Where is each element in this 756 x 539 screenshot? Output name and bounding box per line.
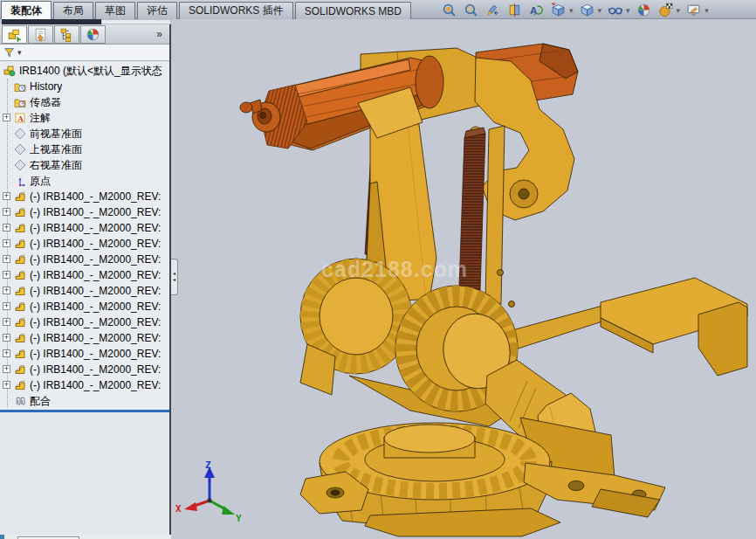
tree-item-15-part[interactable]: +(-) IRB1400_-_M2000_REV: [0, 314, 169, 330]
triad-z-label: Z [205, 460, 211, 471]
sensors-icon [13, 96, 27, 109]
tree-item-16-part[interactable]: +(-) IRB1400_-_M2000_REV: [0, 330, 169, 346]
view-settings-icon[interactable] [685, 2, 702, 18]
part-icon [13, 269, 27, 282]
solidworks-window: cad2188.com Z X Y 装配体布局草图评估SOLIDWORKS 插件… [0, 0, 756, 539]
tree-item-18-part[interactable]: +(-) IRB1400_-_M2000_REV: [0, 362, 169, 377]
tree-item-8-part[interactable]: +(-) IRB1400_-_M2000_REV: [0, 204, 169, 220]
tree-item-1-sensors[interactable]: 传感器 [0, 94, 169, 110]
tree-item-label: (-) IRB1400_-_M2000_REV: [30, 222, 161, 234]
plane-icon [13, 143, 27, 156]
tree-expander[interactable]: + [3, 365, 10, 373]
tree-expander[interactable]: + [3, 349, 10, 357]
apply-scene-dropdown-caret[interactable]: ▾ [677, 6, 681, 15]
tree-root-assembly[interactable]: IRB1400 (默认<默认_显示状态 [0, 63, 169, 79]
tree-item-13-part[interactable]: +(-) IRB1400_-_M2000_REV: [0, 283, 169, 299]
display-style-icon[interactable] [579, 2, 595, 18]
tree-expander[interactable]: + [3, 192, 10, 200]
panel-tab-bar: » [0, 24, 169, 45]
tree-item-20-mates[interactable]: 配合 [0, 393, 169, 409]
panel-tab-featuremanager-tree[interactable] [2, 25, 27, 44]
feature-tree: IRB1400 (默认<默认_显示状态History传感器+A注解前视基准面上视… [0, 61, 169, 409]
ribbon-tabs: 装配体布局草图评估SOLIDWORKS 插件SOLIDWORKS MBD [1, 1, 413, 19]
tree-expander[interactable]: + [3, 318, 10, 326]
panel-tab-configurationmanager[interactable] [54, 25, 79, 44]
tree-item-label: IRB1400 (默认<默认_显示状态 [19, 64, 162, 79]
tree-item-3-plane[interactable]: 前视基准面 [0, 126, 169, 142]
robot-model-3d[interactable] [171, 19, 756, 539]
ribbon-tab-0[interactable]: 装配体 [1, 1, 52, 19]
tree-item-4-plane[interactable]: 上视基准面 [0, 142, 169, 157]
tree-item-label: (-) IRB1400_-_M2000_REV: [30, 363, 161, 376]
tree-item-6-origin[interactable]: 原点 [0, 173, 169, 189]
tree-item-label: (-) IRB1400_-_M2000_REV: [30, 348, 161, 360]
tree-item-label: 原点 [30, 174, 51, 189]
ribbon-tab-3[interactable]: 评估 [137, 2, 177, 19]
tree-item-17-part[interactable]: +(-) IRB1400_-_M2000_REV: [0, 346, 169, 362]
ribbon-tab-2[interactable]: 草图 [95, 2, 135, 19]
ribbon-tab-5[interactable]: SOLIDWORKS MBD [295, 2, 411, 19]
tree-item-0-history[interactable]: History [0, 79, 169, 94]
tree-item-12-part[interactable]: +(-) IRB1400_-_M2000_REV: [0, 267, 169, 283]
part-icon [13, 348, 27, 361]
zoom-to-fit-icon[interactable] [441, 2, 457, 18]
panel-tab-dimxpertmanager[interactable] [80, 25, 106, 44]
tree-expander[interactable]: + [3, 224, 10, 231]
tree-item-label: History [30, 80, 62, 93]
tree-filter-bar[interactable]: ▾ [0, 45, 169, 61]
section-view-icon[interactable] [506, 2, 523, 18]
tree-expander[interactable]: + [3, 287, 10, 294]
ribbon-tab-4[interactable]: SOLIDWORKS 插件 [179, 2, 293, 19]
tree-expander[interactable]: + [3, 302, 10, 310]
featuremanager-panel: » ▾ IRB1400 (默认<默认_显示状态History传感器+A注解前视基… [0, 24, 171, 535]
tree-item-7-part[interactable]: +(-) IRB1400_-_M2000_REV: [0, 189, 169, 204]
tree-item-5-plane[interactable]: 右视基准面 [0, 157, 169, 173]
apply-scene-icon[interactable] [657, 2, 674, 18]
panel-splitter-handle[interactable]: ◂◂ [171, 259, 178, 295]
mates-icon [13, 395, 27, 408]
tree-expander[interactable]: + [3, 208, 10, 216]
view-settings-dropdown-caret[interactable]: ▾ [704, 6, 709, 15]
part-icon [13, 253, 27, 266]
tree-item-11-part[interactable]: +(-) IRB1400_-_M2000_REV: [0, 252, 169, 267]
view-orientation-icon[interactable] [550, 2, 567, 18]
part-icon [13, 332, 27, 345]
part-icon [13, 316, 27, 329]
tree-item-2-annotations[interactable]: +A注解 [0, 110, 169, 126]
tree-expander[interactable]: + [3, 114, 10, 121]
annotation-view-icon[interactable]: A [528, 2, 545, 18]
heads-up-toolbar: A▾▾▾▾▾ [441, 2, 709, 18]
filter-funnel-icon[interactable] [3, 46, 16, 59]
tree-item-14-part[interactable]: +(-) IRB1400_-_M2000_REV: [0, 299, 169, 314]
previous-view-icon[interactable] [485, 2, 501, 18]
part-icon [13, 238, 27, 251]
ribbon-tab-1[interactable]: 布局 [53, 2, 93, 19]
part-icon [13, 190, 27, 204]
graphics-viewport[interactable]: cad2188.com Z X Y [171, 19, 756, 539]
tree-item-label: 注解 [30, 111, 51, 126]
tree-item-19-part[interactable]: +(-) IRB1400_-_M2000_REV: [0, 377, 169, 393]
svg-text:A: A [17, 114, 24, 123]
tree-expander[interactable]: + [3, 271, 10, 279]
panel-empty-area [0, 412, 169, 535]
panel-tab-overflow[interactable]: » [156, 28, 162, 40]
tree-item-10-part[interactable]: +(-) IRB1400_-_M2000_REV: [0, 236, 169, 252]
tree-expander[interactable]: + [3, 334, 10, 342]
display-style-dropdown-caret[interactable]: ▾ [598, 6, 602, 15]
triad-y-label: Y [236, 513, 242, 524]
edit-appearance-icon[interactable] [636, 2, 652, 18]
annotations-icon: A [13, 112, 27, 125]
view-orientation-dropdown-caret[interactable]: ▾ [569, 6, 574, 15]
panel-tab-propertymanager[interactable] [28, 25, 53, 44]
zoom-to-area-icon[interactable] [463, 2, 479, 18]
hide-show-items-dropdown-caret[interactable]: ▾ [626, 6, 630, 15]
hide-show-items-icon[interactable] [607, 2, 623, 18]
tree-expander[interactable]: + [3, 381, 10, 389]
tree-expander[interactable]: + [3, 239, 10, 247]
tree-item-label: (-) IRB1400_-_M2000_REV: [30, 190, 161, 203]
tree-expander[interactable]: + [3, 255, 10, 263]
part-icon [13, 206, 27, 219]
filter-dropdown-caret[interactable]: ▾ [17, 48, 22, 57]
tree-item-9-part[interactable]: +(-) IRB1400_-_M2000_REV: [0, 220, 169, 236]
tree-item-label: (-) IRB1400_-_M2000_REV: [30, 332, 161, 344]
